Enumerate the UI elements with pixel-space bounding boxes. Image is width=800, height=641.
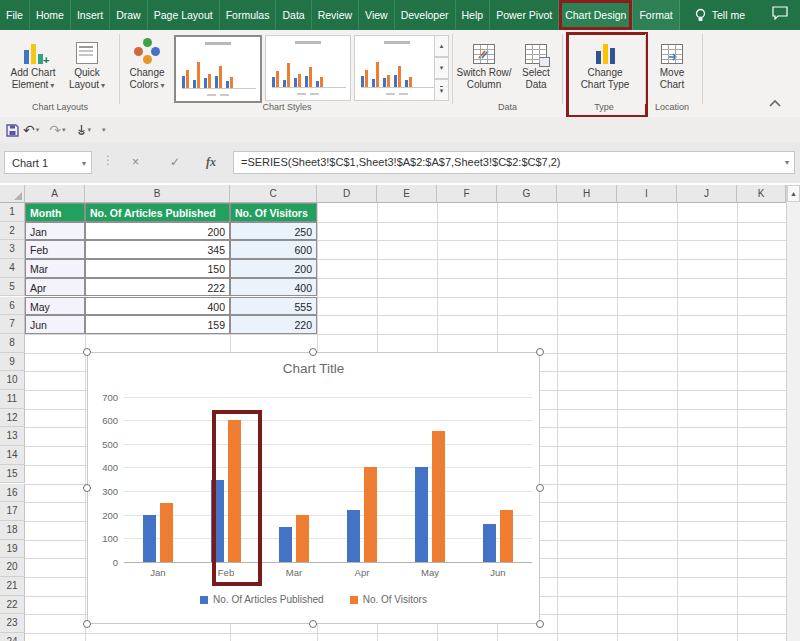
row-header-21[interactable]: 21 — [0, 577, 25, 596]
bar-apr-series-2[interactable] — [364, 467, 377, 562]
column-header-I[interactable]: I — [617, 185, 677, 203]
column-header-D[interactable]: D — [317, 185, 377, 203]
bar-jan-series-1[interactable] — [143, 515, 156, 562]
table-cell[interactable]: 600 — [230, 240, 317, 259]
bar-apr-series-1[interactable] — [347, 510, 360, 562]
tab-draw[interactable]: Draw — [110, 0, 148, 30]
tab-help[interactable]: Help — [456, 0, 491, 30]
table-cell[interactable]: Feb — [25, 240, 85, 259]
table-cell[interactable]: 200 — [230, 259, 317, 278]
comments-icon[interactable] — [772, 6, 788, 24]
table-cell[interactable]: 220 — [230, 315, 317, 334]
table-cell[interactable]: 400 — [85, 297, 230, 316]
row-header-10[interactable]: 10 — [0, 371, 25, 390]
column-header-C[interactable]: C — [230, 185, 317, 203]
row-header-16[interactable]: 16 — [0, 484, 25, 503]
column-header-E[interactable]: E — [377, 185, 437, 203]
formula-input[interactable]: =SERIES(Sheet3!$C$1,Sheet3!$A$2:$A$7,She… — [233, 151, 795, 174]
enter-button[interactable]: ✓ — [170, 151, 180, 174]
table-cell[interactable]: 345 — [85, 240, 230, 259]
tab-insert[interactable]: Insert — [71, 0, 110, 30]
table-cell[interactable]: Jun — [25, 315, 85, 334]
row-header-3[interactable]: 3 — [0, 240, 25, 259]
name-box[interactable]: Chart 1 — [4, 151, 92, 174]
chart[interactable]: Chart Title 0100200300400500600700JanFeb… — [87, 352, 540, 624]
move-chart-button[interactable]: Move Chart — [649, 34, 695, 106]
tab-formulas[interactable]: Formulas — [220, 0, 277, 30]
table-cell[interactable]: 400 — [230, 278, 317, 297]
row-header-2[interactable]: 2 — [0, 222, 25, 241]
chart-resize-handle[interactable] — [536, 484, 544, 492]
row-header-4[interactable]: 4 — [0, 259, 25, 278]
row-header-5[interactable]: 5 — [0, 278, 25, 297]
chart-resize-handle[interactable] — [536, 620, 544, 628]
gallery-scroll-down[interactable] — [434, 57, 449, 79]
tab-chart-design[interactable]: Chart Design — [559, 0, 633, 30]
worksheet[interactable]: ABCDEFGHIJK 1234567891011121314151617181… — [0, 185, 800, 641]
row-header-15[interactable]: 15 — [0, 465, 25, 484]
table-cell[interactable]: 159 — [85, 315, 230, 334]
chart-style-thumbnail[interactable] — [354, 35, 440, 101]
column-header-A[interactable]: A — [25, 185, 85, 203]
table-cell[interactable]: Jan — [25, 222, 85, 241]
table-cell[interactable]: Apr — [25, 278, 85, 297]
collapse-ribbon-button[interactable] — [768, 94, 782, 112]
bar-jan-series-2[interactable] — [160, 503, 173, 562]
column-header-F[interactable]: F — [437, 185, 497, 203]
row-header-24[interactable]: 24 — [0, 633, 25, 641]
legend-item[interactable]: No. Of Articles Published — [200, 594, 324, 605]
row-header-17[interactable]: 17 — [0, 502, 25, 521]
tab-data[interactable]: Data — [276, 0, 311, 30]
table-cell[interactable]: Mar — [25, 259, 85, 278]
chart-resize-handle[interactable] — [309, 348, 317, 356]
table-cell[interactable]: 222 — [85, 278, 230, 297]
row-header-19[interactable]: 19 — [0, 540, 25, 559]
gallery-more-button[interactable] — [434, 79, 449, 101]
bar-mar-series-2[interactable] — [296, 515, 309, 562]
insert-function-button[interactable]: fx — [206, 151, 216, 174]
table-cell[interactable]: 250 — [230, 222, 317, 241]
quick-layout-button[interactable]: Quick Layout — [62, 34, 112, 106]
select-data-button[interactable]: Select Data — [514, 34, 558, 106]
tab-page-layout[interactable]: Page Layout — [148, 0, 220, 30]
chart-style-thumbnail[interactable] — [174, 35, 262, 103]
table-cell[interactable]: 150 — [85, 259, 230, 278]
row-header-14[interactable]: 14 — [0, 446, 25, 465]
change-colors-button[interactable]: Change Colors — [123, 34, 171, 106]
row-header-6[interactable]: 6 — [0, 297, 25, 316]
column-header-K[interactable]: K — [737, 185, 786, 203]
column-header-J[interactable]: J — [677, 185, 737, 203]
row-header-8[interactable]: 8 — [0, 334, 25, 353]
gallery-scroll-up[interactable] — [434, 35, 449, 57]
table-cell[interactable]: 555 — [230, 297, 317, 316]
tab-file[interactable]: File — [0, 0, 30, 30]
chart-style-thumbnail[interactable] — [265, 35, 351, 101]
chart-legend[interactable]: No. Of Articles PublishedNo. Of Visitors — [88, 594, 539, 605]
row-header-1[interactable]: 1 — [0, 203, 25, 222]
legend-item[interactable]: No. Of Visitors — [350, 594, 427, 605]
column-header-G[interactable]: G — [497, 185, 557, 203]
cancel-button[interactable]: × — [132, 151, 139, 174]
chart-resize-handle[interactable] — [536, 348, 544, 356]
column-header-B[interactable]: B — [85, 185, 230, 203]
row-header-11[interactable]: 11 — [0, 390, 25, 409]
bar-mar-series-1[interactable] — [279, 527, 292, 562]
row-header-18[interactable]: 18 — [0, 521, 25, 540]
tab-review[interactable]: Review — [312, 0, 359, 30]
tab-view[interactable]: View — [359, 0, 395, 30]
row-header-20[interactable]: 20 — [0, 558, 25, 577]
column-header-H[interactable]: H — [557, 185, 617, 203]
tab-format[interactable]: Format — [633, 0, 679, 30]
tab-home[interactable]: Home — [30, 0, 71, 30]
undo-button[interactable]: ↶ — [23, 122, 45, 138]
scroll-up-button[interactable] — [787, 185, 800, 202]
bar-may-series-1[interactable] — [415, 467, 428, 562]
touch-mode-button[interactable] — [76, 124, 98, 137]
bar-may-series-2[interactable] — [432, 431, 445, 562]
customize-quick-access-button[interactable] — [101, 126, 112, 134]
add-chart-element-button[interactable]: + Add Chart Element — [6, 34, 60, 106]
tab-power-pivot[interactable]: Power Pivot — [490, 0, 559, 30]
vertical-scrollbar[interactable] — [786, 185, 800, 641]
table-header-cell[interactable]: Month — [25, 203, 85, 222]
chart-resize-handle[interactable] — [309, 620, 317, 628]
